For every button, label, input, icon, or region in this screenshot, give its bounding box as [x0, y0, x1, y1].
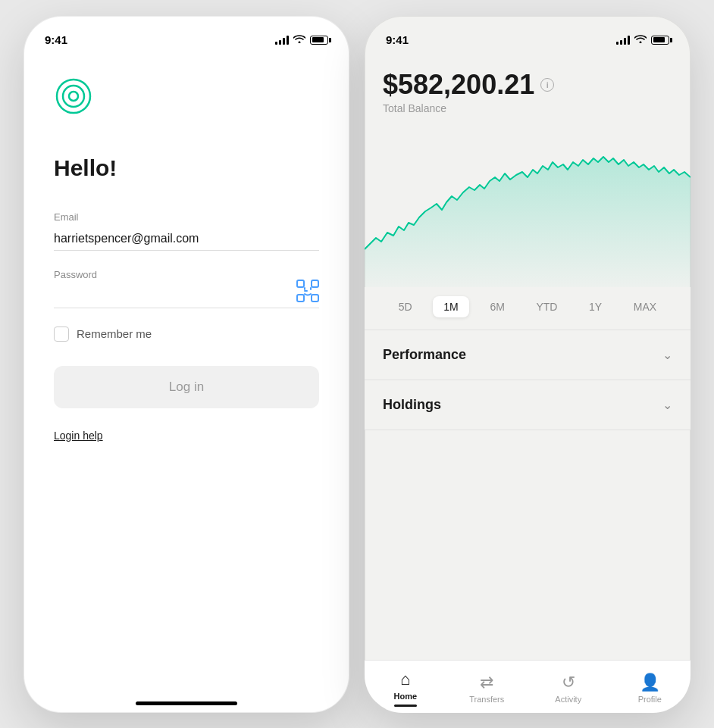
password-input[interactable] — [54, 285, 319, 308]
home-indicator — [136, 701, 237, 705]
chart-area — [365, 120, 691, 287]
balance-section: $582,200.21 i Total Balance — [365, 54, 691, 114]
email-label: Email — [54, 211, 319, 223]
filter-ytd[interactable]: YTD — [525, 296, 568, 317]
performance-section[interactable]: Performance ⌄ — [365, 330, 691, 380]
status-icons-right — [616, 34, 669, 45]
email-group: Email — [54, 211, 319, 251]
status-bar-right: 9:41 — [365, 16, 691, 54]
nav-profile-label: Profile — [638, 695, 662, 704]
svg-rect-3 — [297, 280, 304, 287]
nav-profile[interactable]: 👤 Profile — [609, 673, 691, 704]
nav-home-label: Home — [393, 692, 417, 701]
login-phone: 9:41 — [23, 16, 349, 713]
time-filters: 5D 1M 6M YTD 1Y MAX — [365, 287, 691, 330]
status-time-left: 9:41 — [45, 33, 67, 46]
holdings-chevron: ⌄ — [662, 398, 672, 412]
filter-max[interactable]: MAX — [623, 296, 667, 317]
svg-rect-4 — [312, 280, 318, 287]
svg-point-1 — [63, 86, 84, 107]
battery-icon-right — [651, 36, 669, 45]
balance-label: Total Balance — [383, 102, 672, 114]
email-input[interactable] — [54, 227, 319, 251]
status-icons-left — [275, 34, 328, 45]
info-icon[interactable]: i — [540, 78, 554, 92]
wifi-icon-right — [634, 34, 647, 45]
svg-rect-5 — [297, 295, 304, 302]
status-bar-left: 9:41 — [23, 16, 349, 54]
nav-home[interactable]: ⌂ Home — [365, 670, 446, 707]
transfers-icon: ⇄ — [480, 673, 493, 692]
remember-me-label: Remember me — [77, 327, 152, 340]
nav-transfers-label: Transfers — [469, 695, 504, 704]
svg-rect-6 — [312, 295, 318, 302]
svg-point-0 — [57, 80, 90, 113]
login-help-link[interactable]: Login help — [54, 430, 319, 442]
signal-icon — [275, 36, 289, 45]
face-id-icon — [296, 280, 319, 302]
filter-6m[interactable]: 6M — [479, 296, 515, 317]
status-time-right: 9:41 — [386, 33, 409, 46]
remember-me-row: Remember me — [54, 327, 319, 342]
holdings-title: Holdings — [383, 397, 441, 413]
dashboard-content: $582,200.21 i Total Balance — [365, 54, 691, 713]
filter-1m[interactable]: 1M — [433, 296, 468, 317]
nav-activity-label: Activity — [555, 695, 581, 704]
battery-icon — [310, 36, 328, 45]
home-icon: ⌂ — [400, 670, 410, 689]
nav-transfers[interactable]: ⇄ Transfers — [446, 673, 528, 704]
dashboard-phone: 9:41 — [365, 16, 691, 713]
filter-1y[interactable]: 1Y — [578, 296, 612, 317]
performance-chevron: ⌄ — [662, 348, 672, 362]
nav-home-indicator — [394, 705, 417, 707]
password-wrapper — [54, 285, 319, 308]
activity-icon: ↺ — [562, 673, 575, 692]
password-label: Password — [54, 269, 319, 280]
holdings-section[interactable]: Holdings ⌄ — [365, 380, 691, 430]
balance-amount: $582,200.21 i — [383, 69, 672, 101]
logo — [54, 77, 319, 155]
performance-title: Performance — [383, 347, 466, 363]
wifi-icon — [293, 34, 305, 45]
portfolio-chart — [365, 120, 691, 287]
signal-icon-right — [616, 36, 630, 45]
nav-activity[interactable]: ↺ Activity — [528, 673, 609, 704]
password-group: Password — [54, 269, 319, 308]
profile-icon: 👤 — [640, 673, 660, 692]
remember-me-checkbox[interactable] — [54, 327, 69, 342]
bottom-nav: ⌂ Home ⇄ Transfers ↺ Activity 👤 Profile — [365, 660, 691, 713]
filter-5d[interactable]: 5D — [388, 296, 423, 317]
greeting-title: Hello! — [54, 155, 319, 181]
login-content: Hello! Email Password — [23, 54, 349, 701]
login-button[interactable]: Log in — [54, 366, 319, 408]
svg-point-2 — [69, 92, 78, 101]
